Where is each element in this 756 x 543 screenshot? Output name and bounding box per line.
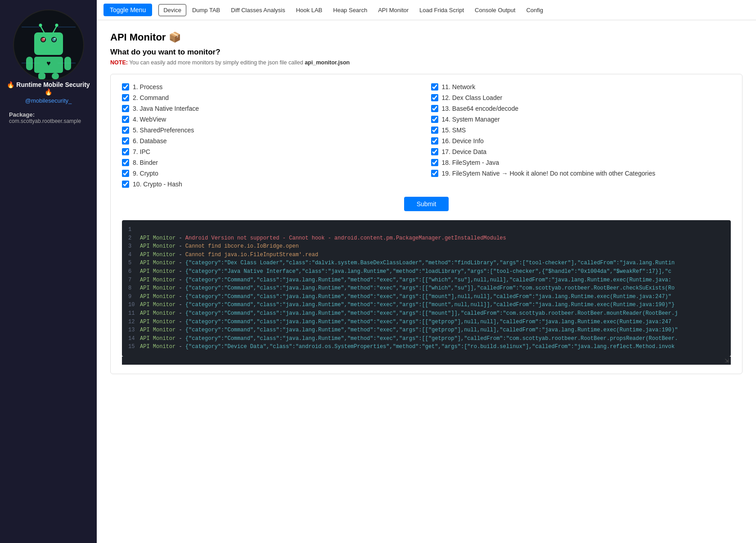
tab-diff-classes[interactable]: Diff Classes Analysis [226,4,290,16]
checkbox-label-8: 8. Binder [133,159,158,166]
terminal-line: 11API Monitor - {"category":"Command","c… [128,309,724,318]
submit-area: Submit [122,197,731,211]
checkbox-item-10[interactable]: 10. Crypto - Hash [122,181,422,188]
svg-point-20 [41,38,45,41]
note-label: NOTE: [110,59,128,66]
checkbox-input-8[interactable] [122,159,129,166]
checkbox-item-4[interactable]: 4. WebView [122,116,422,123]
checkbox-input-15[interactable] [431,127,438,134]
checkbox-input-18[interactable] [431,159,438,166]
checkbox-item-7[interactable]: 7. IPC [122,148,422,155]
checkbox-item-9[interactable]: 9. Crypto [122,170,422,177]
checkbox-item-19[interactable]: 19. FileSytem Native → Hook it alone! Do… [431,170,731,177]
main-content: Toggle Menu DeviceDump TABDiff Classes A… [97,0,756,543]
checkbox-item-11[interactable]: 11. Network [431,83,731,90]
checkbox-label-10: 10. Crypto - Hash [133,181,182,188]
top-navigation: Toggle Menu DeviceDump TABDiff Classes A… [97,0,756,20]
checkbox-input-6[interactable] [122,137,129,145]
checkbox-item-1[interactable]: 1. Process [122,83,422,90]
checkbox-input-3[interactable] [122,105,129,112]
checkbox-left-column: 1. Process2. Command3. Java Native Inter… [122,83,422,188]
line-number: 1 [128,226,135,234]
checkbox-input-7[interactable] [122,148,129,155]
checkbox-item-17[interactable]: 17. Device Data [431,148,731,155]
terminal-line: 13API Monitor - {"category":"Command","c… [128,326,724,335]
svg-point-11 [39,24,42,27]
checkbox-label-15: 15. SMS [442,127,466,134]
checkbox-item-3[interactable]: 3. Java Native Interface [122,105,422,112]
checkbox-item-6[interactable]: 6. Database [122,137,422,145]
tab-api-monitor[interactable]: API Monitor [373,4,414,16]
svg-rect-17 [38,73,45,79]
svg-point-21 [52,38,56,41]
checkbox-input-10[interactable] [122,181,129,188]
tab-hook-lab[interactable]: Hook LAB [291,4,328,16]
checkbox-input-12[interactable] [431,94,438,101]
terminal-line: 6API Monitor - {"category":"Java Native … [128,267,724,276]
tab-heap-search[interactable]: Heap Search [328,4,372,16]
line-number: 4 [128,251,135,259]
checkbox-label-1: 1. Process [133,83,162,90]
app-link[interactable]: @mobilesecurity_ [25,97,72,104]
svg-point-13 [55,24,58,27]
line-number: 11 [128,309,135,318]
checkbox-label-18: 18. FileSytem - Java [442,159,500,166]
page-content: API Monitor 📦 What do you want to monito… [97,20,756,543]
checkbox-label-2: 2. Command [133,94,169,101]
tab-load-frida[interactable]: Load Frida Script [414,4,469,16]
robot-logo: ♥ [13,9,85,81]
checkbox-item-18[interactable]: 18. FileSytem - Java [431,159,731,166]
checkbox-item-8[interactable]: 8. Binder [122,159,422,166]
line-number: 14 [128,335,135,343]
checkbox-right-column: 11. Network12. Dex Class Loader13. Base6… [431,83,731,188]
line-number: 10 [128,301,135,309]
checkbox-item-14[interactable]: 14. System Manager [431,116,731,123]
checkbox-label-13: 13. Base64 encode/decode [442,105,518,112]
package-label: Package: [9,111,35,118]
note-filename: api_monitor.json [305,59,350,66]
line-number: 9 [128,293,135,301]
checkbox-input-4[interactable] [122,116,129,123]
checkbox-input-17[interactable] [431,148,438,155]
checkbox-input-16[interactable] [431,137,438,145]
svg-rect-18 [52,73,59,79]
checkbox-item-15[interactable]: 15. SMS [431,127,731,134]
toggle-menu-button[interactable]: Toggle Menu [104,4,152,16]
checkbox-input-1[interactable] [122,83,129,90]
svg-rect-16 [64,57,71,70]
checkbox-container: 1. Process2. Command3. Java Native Inter… [110,74,742,374]
resize-icon: ⇲ [724,357,729,364]
line-number: 12 [128,318,135,326]
checkbox-input-11[interactable] [431,83,438,90]
submit-button[interactable]: Submit [404,197,449,211]
checkbox-input-5[interactable] [122,127,129,134]
checkbox-label-11: 11. Network [442,83,476,90]
checkbox-item-12[interactable]: 12. Dex Class Loader [431,94,731,101]
checkbox-label-17: 17. Device Data [442,148,487,155]
checkbox-item-2[interactable]: 2. Command [122,94,422,101]
note-body: You can easily add more monitors by simp… [129,59,305,66]
checkbox-input-2[interactable] [122,94,129,101]
tab-dump-tab[interactable]: Dump TAB [187,4,225,16]
checkbox-item-16[interactable]: 16. Device Info [431,137,731,145]
checkbox-item-13[interactable]: 13. Base64 encode/decode [431,105,731,112]
checkbox-input-19[interactable] [431,170,438,177]
tab-config[interactable]: Config [521,4,548,16]
app-name: 🔥 Runtime Mobile Security 🔥 [4,81,92,95]
tab-device[interactable]: Device [158,4,186,16]
line-number: 2 [128,234,135,243]
nav-tabs: DeviceDump TABDiff Classes AnalysisHook … [158,4,548,16]
page-title: API Monitor 📦 [110,32,742,43]
checkbox-input-14[interactable] [431,116,438,123]
tab-console-output[interactable]: Console Output [470,4,520,16]
terminal-line: 15API Monitor - {"category":"Device Data… [128,343,724,351]
checkbox-label-12: 12. Dex Class Loader [442,94,503,101]
checkbox-label-16: 16. Device Info [442,137,484,145]
terminal-line: 14API Monitor - {"category":"Command","c… [128,335,724,343]
checkbox-item-5[interactable]: 5. SharedPreferences [122,127,422,134]
resize-handle: ⇲ [122,357,731,365]
checkbox-input-9[interactable] [122,170,129,177]
checkbox-input-13[interactable] [431,105,438,112]
terminal-line: 12API Monitor - {"category":"Command","c… [128,318,724,326]
svg-rect-15 [26,57,33,70]
